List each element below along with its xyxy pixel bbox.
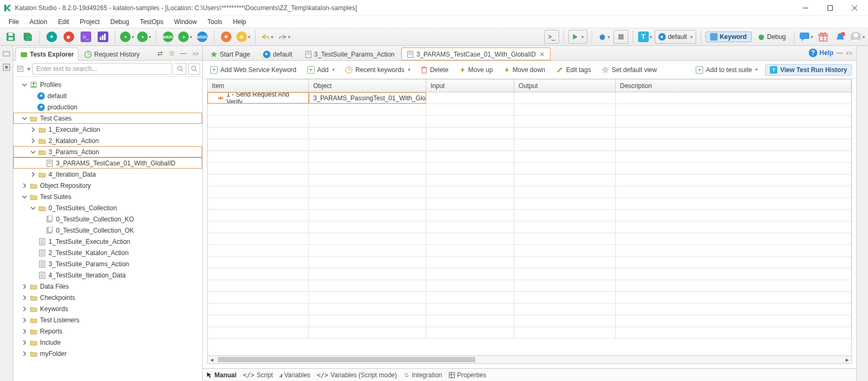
table-row[interactable] (208, 210, 851, 221)
tree-profiles[interactable]: Profiles (13, 79, 202, 90)
recent-keywords-button[interactable]: Recent keywords▾ (342, 65, 413, 75)
gutter-ws-icon[interactable] (1, 48, 12, 59)
footer-variables[interactable]: 𝑥Variables (280, 371, 310, 379)
menu-debug[interactable]: Debug (105, 17, 134, 27)
menu-project[interactable]: Project (74, 17, 105, 27)
tree-obj-repo[interactable]: Object Repository (13, 180, 202, 191)
stop-button[interactable] (614, 30, 628, 44)
table-row[interactable] (208, 268, 851, 280)
tree-ts-1[interactable]: 1_TestSuite_Execute_Action (13, 236, 202, 247)
footer-properties[interactable]: Properties (449, 371, 487, 379)
table-row[interactable] (208, 221, 851, 233)
scroll-right-icon[interactable]: ▸ (843, 356, 851, 363)
menu-action[interactable]: Action (24, 17, 52, 27)
tree-profile-default[interactable]: ✶default (13, 90, 202, 101)
tree-myfolder[interactable]: myFolder (13, 348, 202, 359)
col-object[interactable]: Object (309, 80, 426, 92)
tree-ts-col[interactable]: 0_TestSuites_Collection (13, 202, 202, 213)
scroll-left-icon[interactable]: ◂ (208, 356, 216, 363)
table-row[interactable] (208, 151, 851, 163)
footer-integration[interactable]: Integration (403, 371, 442, 379)
tree-tc-2[interactable]: 2_Katalon_Action (13, 135, 202, 146)
table-row[interactable] (208, 186, 851, 198)
tree-ts-col-ok[interactable]: 0_TestSuite_Collection_OK (13, 225, 202, 236)
tree-include[interactable]: Include (13, 337, 202, 348)
menu-edit[interactable]: Edit (53, 17, 75, 27)
debug-button[interactable]: Debug (754, 30, 790, 44)
close-button[interactable] (842, 0, 867, 16)
self-heal-icon[interactable]: ✚ (219, 29, 234, 44)
col-desc[interactable]: Description (616, 80, 851, 92)
gift-icon[interactable] (816, 29, 831, 44)
table-row[interactable] (208, 280, 851, 292)
footer-variables-script[interactable]: </>Variables (Script mode) (317, 371, 397, 379)
table-row[interactable] (208, 304, 851, 315)
cmd-icon[interactable]: >_ (78, 29, 93, 44)
tree-ts-4[interactable]: 4_TestSuite_Iteration_Data (13, 269, 202, 281)
tab-default[interactable]: ✶default (257, 47, 298, 60)
editor-minimize-icon[interactable]: — (837, 49, 843, 57)
collapse-all-icon[interactable] (167, 49, 177, 58)
filter-icon[interactable] (15, 64, 25, 74)
menu-help[interactable]: Help (228, 17, 252, 27)
maximize-panel-icon[interactable]: ▭ (190, 49, 200, 58)
tab-testcase[interactable]: 3_PARAMS_TestCase_01_With_GlobalID✕ (401, 47, 551, 60)
run-button[interactable]: ▾ (568, 30, 587, 44)
tab-request-history[interactable]: Request History (79, 47, 144, 61)
chat-icon[interactable]: ▾ (799, 29, 814, 44)
add-button[interactable]: +Add▾ (304, 65, 338, 75)
tree-test-cases[interactable]: Test Cases (13, 113, 202, 124)
table-row[interactable] (208, 128, 851, 139)
tree-listeners[interactable]: Test Listeners (13, 314, 202, 326)
col-item[interactable]: Item (208, 80, 309, 92)
delete-button[interactable]: Delete (418, 65, 452, 75)
minimize-panel-icon[interactable]: — (179, 49, 188, 58)
table-row[interactable]: 1 - Send Request And Verify3_PARAMS_Pass… (208, 92, 851, 104)
table-row[interactable] (208, 104, 851, 116)
close-tab-icon[interactable]: ✕ (539, 51, 545, 58)
user-icon[interactable]: ▾ (850, 29, 865, 44)
spy-web-icon[interactable]: ✦ (44, 29, 59, 44)
search-input[interactable]: Enter text to search... (33, 63, 172, 75)
table-row[interactable] (208, 257, 851, 268)
table-row[interactable] (208, 292, 851, 304)
filter-dropdown-icon[interactable]: ▾ (27, 65, 30, 73)
new-api-icon[interactable]: ＋▾ (137, 29, 152, 44)
search-go-icon[interactable] (174, 63, 186, 75)
tab-testsuite[interactable]: 3_TestSuite_Params_Action (299, 47, 401, 60)
col-output[interactable]: Output (514, 80, 616, 92)
tree-ts-2[interactable]: 2_TestSuite_Katalon_Action (13, 247, 202, 258)
add-to-suite-button[interactable]: +Add to test suite▾ (692, 65, 761, 75)
maximize-button[interactable] (818, 0, 842, 16)
table-row[interactable] (208, 116, 851, 128)
analytics-icon[interactable] (95, 29, 110, 44)
table-row[interactable] (208, 315, 851, 327)
save-button[interactable] (3, 29, 18, 44)
table-row[interactable] (208, 139, 851, 151)
menu-tools[interactable]: Tools (202, 17, 228, 27)
tree-data-files[interactable]: Data Files (13, 281, 202, 292)
set-default-view-button[interactable]: Set default view (599, 65, 660, 75)
move-up-button[interactable]: Move up (456, 65, 496, 75)
add-ws-keyword-button[interactable]: +Add Web Service Keyword (207, 65, 300, 75)
profile-dropdown[interactable]: ✶default▾ (655, 30, 696, 44)
forward-icon[interactable]: ▾ (277, 29, 292, 44)
back-icon[interactable]: ▾ (260, 29, 275, 44)
view-test-run-history-button[interactable]: TView Test Run History (765, 64, 852, 76)
tree-keywords[interactable]: Keywords (13, 303, 202, 314)
tree-tc-3[interactable]: 3_Params_Action (13, 146, 202, 157)
editor-maximize-icon[interactable]: ▭ (846, 49, 852, 57)
tree-tc-4[interactable]: 4_Iteration_Data (13, 169, 202, 180)
git-icon[interactable]: ◆ (61, 29, 76, 44)
move-down-button[interactable]: Move down (500, 65, 548, 75)
search-settings-icon[interactable] (188, 63, 200, 75)
console-icon[interactable]: >_ (544, 30, 559, 44)
tree-checkpoints[interactable]: Checkpoints (13, 292, 202, 303)
tree-profile-production[interactable]: ✶production (13, 101, 202, 113)
tree-ts-col-ko[interactable]: 0_TestSuite_Collection_KO (13, 213, 202, 225)
col-input[interactable]: Input (426, 80, 514, 92)
cookie-icon[interactable]: ⊚▾ (236, 29, 251, 44)
link-editor-icon[interactable]: ⇄ (155, 49, 165, 58)
save-all-button[interactable] (20, 29, 35, 44)
edit-tags-button[interactable]: Edit tags (553, 65, 594, 75)
